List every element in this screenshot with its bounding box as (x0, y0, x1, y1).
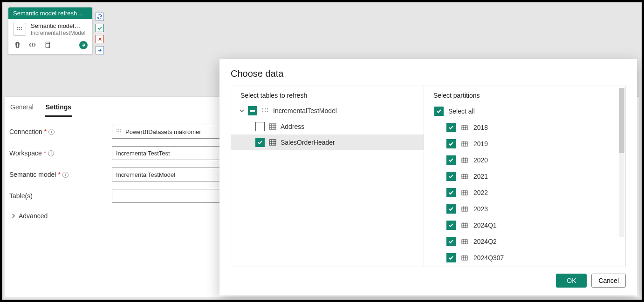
partition-row[interactable]: 2019 (434, 135, 615, 152)
svg-point-11 (118, 131, 119, 132)
svg-point-8 (118, 129, 119, 130)
svg-point-1 (19, 27, 21, 28)
activity-node[interactable]: Semantic model refresh… Semantic model… … (8, 7, 93, 54)
checkbox[interactable] (446, 188, 456, 197)
tab-settings[interactable]: Settings (45, 101, 72, 117)
connection-value: PowerBIDatasets makromer (125, 128, 201, 135)
partition-row[interactable]: 2024Q2 (434, 233, 615, 249)
skip-icon[interactable] (96, 46, 104, 54)
model-icon (261, 107, 269, 115)
checkbox[interactable] (446, 123, 456, 132)
partition-row[interactable]: 2024Q307 (434, 249, 615, 266)
checkbox[interactable] (446, 237, 456, 246)
tree-root[interactable]: IncrementalTestModel (231, 103, 424, 119)
checkbox-indeterminate[interactable] (248, 106, 257, 115)
svg-point-17 (265, 111, 266, 112)
tables-field[interactable] (112, 189, 221, 203)
workspace-label: Workspace * i (9, 149, 112, 157)
info-icon[interactable]: i (62, 172, 69, 178)
partition-label: 2021 (473, 173, 488, 180)
partition-icon (460, 254, 469, 262)
info-icon[interactable]: i (48, 129, 55, 135)
partition-row[interactable]: 2023 (434, 201, 615, 217)
refresh-icon[interactable] (96, 13, 104, 21)
partition-label: 2024Q1 (473, 221, 497, 229)
svg-point-14 (265, 108, 266, 109)
partitions-column: Select partitions Select all 20182019202… (424, 86, 625, 267)
app-frame: Semantic model refresh… Semantic model… … (0, 0, 644, 302)
checkbox[interactable] (446, 221, 456, 230)
partition-icon (460, 188, 469, 197)
svg-point-3 (17, 29, 19, 30)
checkbox[interactable] (446, 253, 456, 262)
checkbox[interactable] (434, 107, 444, 116)
code-icon[interactable] (28, 41, 36, 49)
scrollbar-thumb[interactable] (619, 88, 624, 153)
svg-point-4 (19, 29, 21, 30)
partition-label: 2023 (473, 205, 488, 213)
semantic-model-label: Semantic model * i (9, 171, 112, 178)
checkbox[interactable] (255, 122, 265, 131)
tables-label: Table(s) (9, 192, 112, 200)
delete-icon[interactable] (13, 41, 21, 49)
partition-icon (460, 172, 469, 181)
partition-label: 2024Q2 (473, 238, 497, 245)
tree-root-label: IncrementalTestModel (273, 107, 337, 114)
checkbox[interactable] (446, 204, 456, 214)
copy-icon[interactable] (43, 41, 51, 49)
partition-icon (460, 237, 469, 246)
tables-column: Select tables to refresh IncrementalTest… (231, 86, 424, 267)
cancel-button[interactable]: Cancel (591, 274, 626, 288)
partition-row[interactable]: 2020 (434, 152, 615, 168)
select-all-row[interactable]: Select all (434, 103, 615, 119)
activity-node-body: Semantic model… IncrementalTestModel (8, 19, 92, 37)
svg-point-0 (17, 27, 19, 28)
partition-label: 2018 (473, 124, 488, 131)
checkbox[interactable] (446, 155, 456, 165)
checkbox[interactable] (446, 139, 456, 148)
svg-point-9 (120, 129, 121, 130)
partitions-list: Select all 2018201920202021202220232024Q… (424, 103, 625, 266)
checkbox[interactable] (255, 138, 265, 147)
svg-point-7 (116, 129, 117, 130)
partition-row[interactable]: 2018 (434, 119, 615, 135)
table-row[interactable]: SalesOrderHeader (231, 134, 424, 150)
connection-label: Connection * i (9, 128, 112, 135)
activity-subtitle: IncrementalTestModel (31, 30, 85, 36)
connection-field[interactable]: PowerBIDatasets makromer (112, 125, 221, 139)
dialog-body: Select tables to refresh IncrementalTest… (231, 86, 626, 267)
svg-point-12 (120, 131, 121, 132)
partitions-header: Select partitions (424, 92, 625, 103)
success-icon[interactable] (96, 24, 104, 32)
partition-icon (460, 156, 469, 164)
partition-icon (460, 140, 469, 148)
partition-label: 2019 (473, 140, 488, 148)
svg-point-18 (267, 111, 268, 112)
svg-point-16 (262, 111, 263, 112)
semantic-model-field[interactable]: IncrementalTestModel (112, 168, 221, 181)
partition-icon (460, 123, 469, 132)
semantic-model-value: IncrementalTestModel (116, 171, 175, 178)
table-row[interactable]: Address (231, 119, 424, 134)
svg-point-15 (267, 108, 268, 109)
error-icon[interactable]: ✕ (96, 35, 104, 43)
workspace-field[interactable]: IncrementalTestTest (112, 146, 221, 160)
info-icon[interactable]: i (48, 150, 54, 156)
workspace-value: IncrementalTestTest (116, 150, 170, 157)
tab-general[interactable]: General (9, 101, 34, 117)
partition-row[interactable]: 2021 (434, 168, 615, 184)
activity-node-header: Semantic model refresh… (8, 7, 92, 19)
select-all-label: Select all (448, 107, 475, 115)
table-icon (268, 122, 277, 131)
table-label: Address (281, 123, 304, 130)
ok-button[interactable]: OK (556, 274, 587, 288)
activity-footer (8, 37, 92, 54)
checkbox[interactable] (446, 172, 456, 181)
svg-rect-19 (269, 124, 276, 129)
run-icon[interactable] (79, 41, 88, 49)
partition-row[interactable]: 2022 (434, 184, 615, 201)
partition-row[interactable]: 2024Q1 (434, 217, 615, 233)
table-label: SalesOrderHeader (281, 139, 335, 146)
chevron-down-icon (240, 108, 244, 113)
svg-point-5 (21, 29, 22, 30)
